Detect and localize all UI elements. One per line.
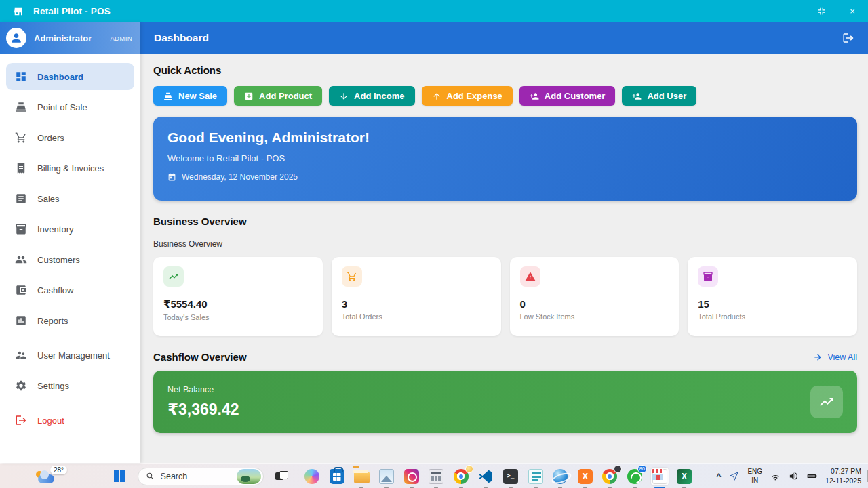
net-balance-value: ₹3,369.42: [167, 401, 239, 419]
taskbar-app-notepad[interactable]: [527, 468, 545, 485]
cart-icon: [15, 131, 27, 144]
sidebar-item-label: Sales: [37, 194, 60, 204]
taskbar-app-vscode[interactable]: [477, 468, 494, 485]
taskbar-app-file-explorer[interactable]: [353, 468, 370, 485]
button-label: Add Product: [259, 91, 312, 101]
taskbar-app-browser-sphere[interactable]: [551, 468, 569, 485]
clock[interactable]: 07:27 PM 12-11-2025: [825, 467, 861, 485]
greeting-card: Good Evening, Administrator! Welcome to …: [153, 117, 857, 201]
restore-button[interactable]: [806, 0, 837, 22]
sidebar-item-dashboard[interactable]: Dashboard: [6, 63, 134, 90]
taskbar-app-chrome[interactable]: [452, 468, 470, 485]
stat-value: 15: [698, 298, 847, 310]
sidebar-item-reports[interactable]: Reports: [6, 307, 134, 334]
taskbar: 28° Search >_ X 80 X: [0, 463, 868, 488]
taskbar-search[interactable]: Search: [138, 468, 264, 485]
taskbar-app-ms-store[interactable]: [328, 468, 346, 485]
sidebar-item-user-management[interactable]: User Management: [6, 342, 134, 369]
task-view-button[interactable]: [273, 468, 290, 485]
net-balance-chip: [810, 386, 843, 418]
taskbar-app-chrome-2[interactable]: [601, 468, 618, 485]
document-icon: [15, 192, 27, 205]
sidebar-item-settings[interactable]: Settings: [6, 372, 134, 399]
language-indicator[interactable]: ENG IN: [747, 468, 762, 485]
stat-label: Today's Sales: [163, 313, 313, 321]
tray-chevron-up[interactable]: ^: [716, 472, 721, 481]
taskbar-app-excel[interactable]: X: [675, 468, 693, 485]
taskbar-app-photos[interactable]: [378, 468, 395, 485]
taskbar-app-instagram[interactable]: [403, 468, 420, 485]
stat-card-total-orders: 3 Total Orders: [332, 257, 501, 336]
people-icon: [15, 253, 27, 266]
sidebar-item-inventory[interactable]: Inventory: [6, 216, 134, 243]
warning-icon: [525, 271, 536, 282]
search-daily-image: [237, 469, 261, 484]
sidebar-item-cashflow[interactable]: Cashflow: [6, 277, 134, 304]
weather-widget[interactable]: 28°: [35, 466, 73, 487]
avatar: [6, 28, 26, 48]
button-label: New Sale: [178, 91, 217, 101]
sidebar-item-logout[interactable]: Logout: [6, 407, 134, 434]
location-indicator-icon[interactable]: [729, 471, 739, 481]
taskbar-app-retail-pilot[interactable]: [651, 468, 669, 485]
cloud-icon: [38, 474, 54, 483]
add-income-button[interactable]: Add Income: [329, 86, 414, 106]
vscode-icon: [478, 469, 493, 484]
add-expense-button[interactable]: Add Expense: [422, 86, 513, 106]
stat-card-todays-sales: ₹5554.40 Today's Sales: [153, 257, 323, 336]
ms-store-icon: [330, 469, 344, 484]
sidebar-item-sales[interactable]: Sales: [6, 185, 134, 212]
view-all-link[interactable]: View All: [813, 352, 857, 362]
profile-badge: [614, 465, 622, 473]
add-user-button[interactable]: Add User: [622, 86, 696, 106]
search-icon: [146, 472, 155, 481]
close-button[interactable]: ×: [837, 0, 868, 22]
volume-icon[interactable]: [789, 471, 799, 481]
taskbar-app-xampp[interactable]: X: [576, 468, 594, 485]
minimize-button[interactable]: –: [774, 0, 806, 22]
sidebar-item-label: Inventory: [37, 224, 73, 235]
person-add-icon: [530, 92, 539, 101]
logout-icon: [15, 414, 27, 426]
stat-chip: [698, 266, 718, 287]
unread-count-badge: 80: [637, 465, 647, 473]
calendar-icon: [167, 173, 176, 182]
excel-icon: X: [677, 469, 692, 484]
stat-chip: [520, 266, 540, 287]
notification-badge: [465, 465, 473, 473]
taskbar-app-whatsapp[interactable]: 80: [626, 468, 644, 485]
button-label: Add Customer: [545, 91, 606, 101]
add-product-button[interactable]: Add Product: [234, 86, 322, 106]
dashboard-icon: [15, 70, 27, 83]
new-sale-button[interactable]: New Sale: [153, 86, 227, 106]
button-label: Add User: [647, 91, 686, 101]
button-label: Add Expense: [447, 91, 502, 101]
sidebar-item-orders[interactable]: Orders: [6, 124, 134, 151]
user-role-badge: ADMIN: [110, 35, 132, 42]
taskbar-app-calculator[interactable]: [427, 468, 445, 485]
box-icon: [15, 223, 27, 235]
stat-cards-row: ₹5554.40 Today's Sales 3 Total Orders 0 …: [153, 257, 857, 336]
add-customer-button[interactable]: Add Customer: [519, 86, 616, 106]
greeting-subtitle: Welcome to Retail Pilot - POS: [167, 153, 843, 163]
language-line1: ENG: [747, 468, 762, 476]
cash-register-icon: [15, 101, 27, 113]
temperature-label: 28°: [50, 466, 67, 474]
sidebar-item-label: Settings: [37, 381, 69, 391]
taskbar-app-copilot[interactable]: [303, 468, 321, 485]
store-icon: [13, 6, 24, 17]
sidebar-item-customers[interactable]: Customers: [6, 246, 134, 273]
header-logout-button[interactable]: [842, 32, 854, 44]
search-placeholder: Search: [161, 472, 188, 481]
sidebar-divider: [0, 403, 140, 403]
sidebar-item-point-of-sale[interactable]: Point of Sale: [6, 94, 134, 121]
arrow-up-icon: [432, 92, 441, 101]
stat-value: ₹5554.40: [163, 298, 313, 310]
start-button[interactable]: [111, 468, 128, 485]
globe-icon: [553, 469, 568, 484]
sidebar-item-billing-invoices[interactable]: Billing & Invoices: [6, 155, 134, 182]
storefront-icon: [652, 469, 667, 484]
wifi-icon[interactable]: [770, 471, 781, 481]
taskbar-app-terminal[interactable]: >_: [502, 468, 519, 485]
battery-icon[interactable]: [807, 471, 817, 481]
